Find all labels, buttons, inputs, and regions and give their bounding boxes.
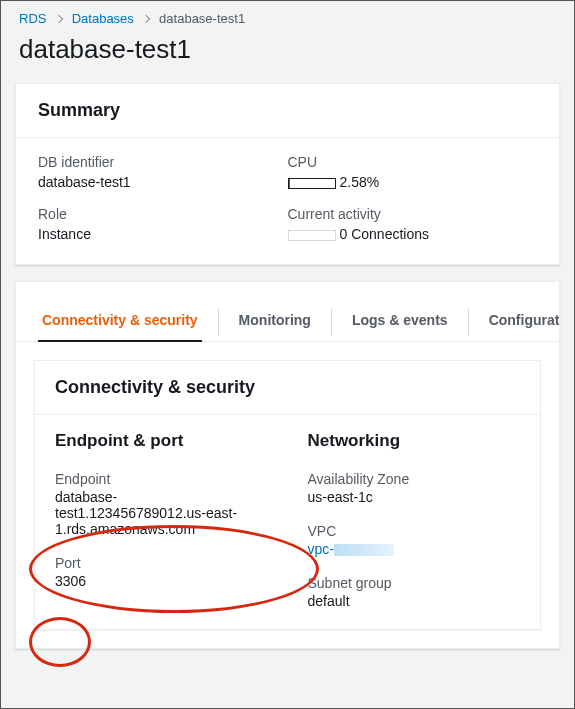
port-label: Port xyxy=(55,555,268,571)
vpc-label: VPC xyxy=(308,523,521,539)
tab-divider xyxy=(331,308,332,336)
breadcrumb: RDS Databases database-test1 xyxy=(1,1,574,30)
vpc-link[interactable]: vpc- xyxy=(308,541,334,557)
detail-tabs-panel: Connectivity & security Monitoring Logs … xyxy=(15,281,560,649)
tab-logs-events[interactable]: Logs & events xyxy=(348,302,452,342)
vpc-link-text: vpc- xyxy=(308,541,334,557)
page-title: database-test1 xyxy=(1,30,574,83)
connectivity-subpanel: Connectivity & security Endpoint & port … xyxy=(34,360,541,630)
tab-divider xyxy=(468,308,469,336)
db-identifier-value: database-test1 xyxy=(38,174,288,190)
endpoint-label: Endpoint xyxy=(55,471,268,487)
tab-connectivity[interactable]: Connectivity & security xyxy=(38,302,202,342)
cpu-bar xyxy=(288,178,336,189)
tab-divider xyxy=(218,308,219,336)
tabs-bar: Connectivity & security Monitoring Logs … xyxy=(16,282,559,342)
az-label: Availability Zone xyxy=(308,471,521,487)
tab-configuration[interactable]: Configuration xyxy=(485,302,559,342)
chevron-right-icon xyxy=(54,11,64,26)
endpoint-port-section-title: Endpoint & port xyxy=(55,431,268,451)
cpu-label: CPU xyxy=(288,154,538,170)
port-value: 3306 xyxy=(55,573,268,589)
db-identifier-label: DB identifier xyxy=(38,154,288,170)
subnet-group-value: default xyxy=(308,593,521,609)
summary-header: Summary xyxy=(16,84,559,137)
current-activity-value: 0 Connections xyxy=(288,226,538,242)
cpu-percent-text: 2.58% xyxy=(340,174,380,190)
tab-monitoring[interactable]: Monitoring xyxy=(235,302,315,342)
breadcrumb-current: database-test1 xyxy=(159,11,245,26)
activity-bar xyxy=(288,230,336,241)
subnet-group-label: Subnet group xyxy=(308,575,521,591)
endpoint-value: database-test1.123456789012.us-east-1.rd… xyxy=(55,489,268,537)
az-value: us-east-1c xyxy=(308,489,521,505)
current-activity-label: Current activity xyxy=(288,206,538,222)
breadcrumb-databases-link[interactable]: Databases xyxy=(72,11,134,26)
cpu-bar-fill xyxy=(289,179,290,188)
networking-section-title: Networking xyxy=(308,431,521,451)
breadcrumb-root-link[interactable]: RDS xyxy=(19,11,46,26)
chevron-right-icon xyxy=(141,11,151,26)
connectivity-header: Connectivity & security xyxy=(35,361,540,414)
vpc-redacted-icon xyxy=(334,544,394,556)
cpu-value: 2.58% xyxy=(288,174,538,190)
role-value: Instance xyxy=(38,226,288,242)
summary-panel: Summary DB identifier database-test1 Rol… xyxy=(15,83,560,265)
role-label: Role xyxy=(38,206,288,222)
activity-text: 0 Connections xyxy=(340,226,430,242)
